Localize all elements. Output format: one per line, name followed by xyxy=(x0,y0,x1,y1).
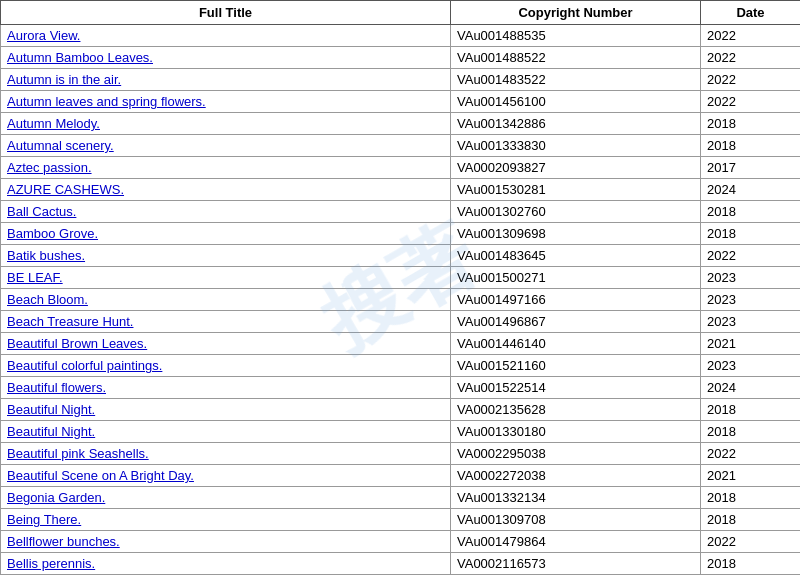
title-cell[interactable]: Bamboo Grove. xyxy=(1,223,451,245)
title-link[interactable]: Bamboo Grove. xyxy=(7,226,98,241)
title-cell[interactable]: Beach Treasure Hunt. xyxy=(1,311,451,333)
title-cell[interactable]: Beautiful colorful paintings. xyxy=(1,355,451,377)
table-row: Beautiful Brown Leaves.VAu0014461402021 xyxy=(1,333,801,355)
header-date: Date xyxy=(701,1,801,25)
copyright-cell: VAu001302760 xyxy=(451,201,701,223)
title-cell[interactable]: Aurora View. xyxy=(1,25,451,47)
table-row: BE LEAF.VAu0015002712023 xyxy=(1,267,801,289)
title-cell[interactable]: Bellis perennis. xyxy=(1,553,451,575)
copyright-cell: VAu001521160 xyxy=(451,355,701,377)
title-cell[interactable]: BE LEAF. xyxy=(1,267,451,289)
copyright-cell: VAu001497166 xyxy=(451,289,701,311)
title-link[interactable]: Autumn Melody. xyxy=(7,116,100,131)
title-cell[interactable]: Batik bushes. xyxy=(1,245,451,267)
title-link[interactable]: Batik bushes. xyxy=(7,248,85,263)
table-row: Autumn leaves and spring flowers.VAu0014… xyxy=(1,91,801,113)
date-cell: 2018 xyxy=(701,201,801,223)
title-link[interactable]: Beautiful Night. xyxy=(7,402,95,417)
title-link[interactable]: Autumnal scenery. xyxy=(7,138,114,153)
title-link[interactable]: Beach Treasure Hunt. xyxy=(7,314,133,329)
title-link[interactable]: Autumn Bamboo Leaves. xyxy=(7,50,153,65)
date-cell: 2018 xyxy=(701,399,801,421)
title-cell[interactable]: Autumn is in the air. xyxy=(1,69,451,91)
date-cell: 2023 xyxy=(701,355,801,377)
copyright-cell: VAu001483645 xyxy=(451,245,701,267)
date-cell: 2022 xyxy=(701,91,801,113)
title-link[interactable]: Aurora View. xyxy=(7,28,80,43)
copyright-cell: VAu001488522 xyxy=(451,47,701,69)
title-link[interactable]: Ball Cactus. xyxy=(7,204,76,219)
table-row: Begonia Garden.VAu0013321342018 xyxy=(1,487,801,509)
date-cell: 2022 xyxy=(701,531,801,553)
date-cell: 2024 xyxy=(701,377,801,399)
copyright-cell: VAu001500271 xyxy=(451,267,701,289)
table-row: Beautiful Night.VA00021356282018 xyxy=(1,399,801,421)
date-cell: 2022 xyxy=(701,245,801,267)
table-row: Beach Bloom.VAu0014971662023 xyxy=(1,289,801,311)
date-cell: 2018 xyxy=(701,421,801,443)
title-link[interactable]: BE LEAF. xyxy=(7,270,63,285)
date-cell: 2022 xyxy=(701,443,801,465)
title-cell[interactable]: Beautiful flowers. xyxy=(1,377,451,399)
title-link[interactable]: Bellflower bunches. xyxy=(7,534,120,549)
title-cell[interactable]: Beautiful Brown Leaves. xyxy=(1,333,451,355)
table-row: Aurora View.VAu0014885352022 xyxy=(1,25,801,47)
title-cell[interactable]: Beautiful Scene on A Bright Day. xyxy=(1,465,451,487)
title-link[interactable]: Beautiful colorful paintings. xyxy=(7,358,162,373)
table-row: Beautiful colorful paintings.VAu00152116… xyxy=(1,355,801,377)
title-link[interactable]: Autumn is in the air. xyxy=(7,72,121,87)
title-link[interactable]: Beautiful Night. xyxy=(7,424,95,439)
title-link[interactable]: AZURE CASHEWS. xyxy=(7,182,124,197)
date-cell: 2021 xyxy=(701,465,801,487)
table-row: AZURE CASHEWS.VAu0015302812024 xyxy=(1,179,801,201)
date-cell: 2023 xyxy=(701,267,801,289)
title-link[interactable]: Begonia Garden. xyxy=(7,490,105,505)
date-cell: 2018 xyxy=(701,223,801,245)
title-cell[interactable]: Begonia Garden. xyxy=(1,487,451,509)
title-cell[interactable]: Autumn Bamboo Leaves. xyxy=(1,47,451,69)
table-row: Beautiful pink Seashells.VA0002295038202… xyxy=(1,443,801,465)
date-cell: 2022 xyxy=(701,47,801,69)
title-link[interactable]: Aztec passion. xyxy=(7,160,92,175)
title-cell[interactable]: Bellflower bunches. xyxy=(1,531,451,553)
table-row: Beautiful Scene on A Bright Day.VA000227… xyxy=(1,465,801,487)
table-row: Autumn is in the air.VAu0014835222022 xyxy=(1,69,801,91)
title-link[interactable]: Beautiful pink Seashells. xyxy=(7,446,149,461)
title-cell[interactable]: Autumn Melody. xyxy=(1,113,451,135)
title-link[interactable]: Beautiful Brown Leaves. xyxy=(7,336,147,351)
copyright-cell: VAu001483522 xyxy=(451,69,701,91)
date-cell: 2017 xyxy=(701,157,801,179)
copyright-cell: VAu001446140 xyxy=(451,333,701,355)
copyright-cell: VAu001456100 xyxy=(451,91,701,113)
title-link[interactable]: Autumn leaves and spring flowers. xyxy=(7,94,206,109)
copyright-cell: VAu001309708 xyxy=(451,509,701,531)
date-cell: 2024 xyxy=(701,179,801,201)
title-link[interactable]: Bellis perennis. xyxy=(7,556,95,571)
date-cell: 2023 xyxy=(701,311,801,333)
copyright-cell: VA0002135628 xyxy=(451,399,701,421)
header-copyright: Copyright Number xyxy=(451,1,701,25)
title-link[interactable]: Beautiful flowers. xyxy=(7,380,106,395)
table-row: Beautiful flowers.VAu0015225142024 xyxy=(1,377,801,399)
title-cell[interactable]: Aztec passion. xyxy=(1,157,451,179)
title-cell[interactable]: Beautiful Night. xyxy=(1,399,451,421)
title-cell[interactable]: Beautiful pink Seashells. xyxy=(1,443,451,465)
copyright-cell: VA0002272038 xyxy=(451,465,701,487)
copyright-cell: VAu001522514 xyxy=(451,377,701,399)
main-container: 搜著 Full Title Copyright Number Date Auro… xyxy=(0,0,800,575)
title-link[interactable]: Beach Bloom. xyxy=(7,292,88,307)
title-cell[interactable]: Autumnal scenery. xyxy=(1,135,451,157)
title-cell[interactable]: AZURE CASHEWS. xyxy=(1,179,451,201)
table-row: Bellis perennis.VA00021165732018 xyxy=(1,553,801,575)
copyright-cell: VA0002093827 xyxy=(451,157,701,179)
title-link[interactable]: Beautiful Scene on A Bright Day. xyxy=(7,468,194,483)
title-cell[interactable]: Ball Cactus. xyxy=(1,201,451,223)
copyright-cell: VAu001488535 xyxy=(451,25,701,47)
title-cell[interactable]: Beautiful Night. xyxy=(1,421,451,443)
table-row: Autumnal scenery.VAu0013338302018 xyxy=(1,135,801,157)
title-cell[interactable]: Beach Bloom. xyxy=(1,289,451,311)
title-cell[interactable]: Autumn leaves and spring flowers. xyxy=(1,91,451,113)
title-cell[interactable]: Being There. xyxy=(1,509,451,531)
table-row: Bamboo Grove.VAu0013096982018 xyxy=(1,223,801,245)
title-link[interactable]: Being There. xyxy=(7,512,81,527)
